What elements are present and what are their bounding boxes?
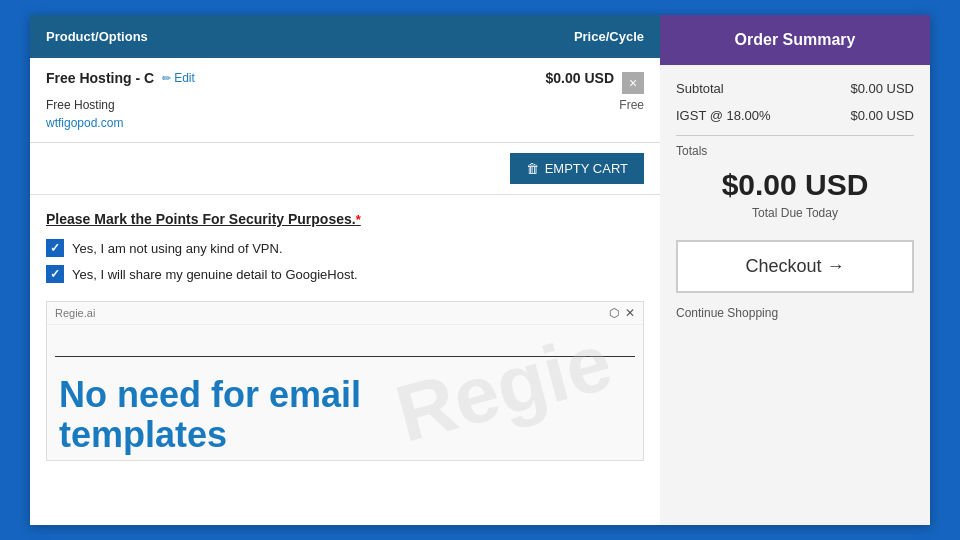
- subtotal-row: Subtotal $0.00 USD: [676, 81, 914, 96]
- pencil-icon: ✏: [162, 72, 171, 85]
- summary-divider: [676, 135, 914, 136]
- security-title: Please Mark the Points For Security Purp…: [46, 211, 644, 227]
- ad-section: Regie.ai ⬡ ✕ No need for email templates…: [46, 301, 644, 461]
- product-row: Free Hosting - C ✏ Edit $0.00 USD ×: [46, 70, 644, 94]
- product-price: $0.00 USD: [546, 70, 614, 86]
- free-label: Free: [619, 98, 644, 112]
- igst-row: IGST @ 18.00% $0.00 USD: [676, 108, 914, 123]
- edit-link[interactable]: ✏ Edit: [162, 71, 195, 85]
- remove-item-button[interactable]: ×: [622, 72, 644, 94]
- total-amount: $0.00 USD: [676, 168, 914, 202]
- checkbox-genuine-label: Yes, I will share my genuine detail to G…: [72, 267, 358, 282]
- ad-top-bar: Regie.ai ⬡ ✕: [47, 302, 643, 325]
- total-due-label: Total Due Today: [676, 206, 914, 220]
- checkbox-vpn-label: Yes, I am not using any kind of VPN.: [72, 241, 283, 256]
- ad-brand: Regie.ai: [55, 307, 95, 319]
- empty-cart-label: EMPTY CART: [545, 161, 628, 176]
- ad-expand-button[interactable]: ⬡: [609, 306, 619, 320]
- igst-value: $0.00 USD: [850, 108, 914, 123]
- left-panel: Product/Options Price/Cycle Free Hosting…: [30, 15, 660, 525]
- required-star: *: [356, 212, 361, 227]
- checkbox-vpn[interactable]: ✓: [46, 239, 64, 257]
- ad-input[interactable]: [55, 333, 635, 357]
- order-summary-title: Order Summary: [735, 31, 856, 48]
- security-section: Please Mark the Points For Security Purp…: [30, 195, 660, 301]
- right-panel: Order Summary Subtotal $0.00 USD IGST @ …: [660, 15, 930, 525]
- product-subrow: Free Hosting Free: [46, 98, 644, 112]
- igst-label: IGST @ 18.00%: [676, 108, 771, 123]
- cart-body: Free Hosting - C ✏ Edit $0.00 USD × Free…: [30, 58, 660, 143]
- subtotal-value: $0.00 USD: [850, 81, 914, 96]
- ad-close-button[interactable]: ✕: [625, 306, 635, 320]
- continue-shopping-link[interactable]: Continue Shopping: [676, 306, 778, 320]
- checkbox-genuine[interactable]: ✓: [46, 265, 64, 283]
- totals-label: Totals: [676, 144, 914, 158]
- product-name: Free Hosting - C: [46, 70, 154, 86]
- checkbox-row-2: ✓ Yes, I will share my genuine detail to…: [46, 265, 644, 283]
- domain-link[interactable]: wtfigopod.com: [46, 116, 644, 130]
- free-hosting-label: Free Hosting: [46, 98, 115, 112]
- empty-cart-row: 🗑 EMPTY CART: [30, 143, 660, 195]
- checkbox-row-1: ✓ Yes, I am not using any kind of VPN.: [46, 239, 644, 257]
- table-header: Product/Options Price/Cycle: [30, 15, 660, 58]
- empty-cart-button[interactable]: 🗑 EMPTY CART: [510, 153, 644, 184]
- ad-big-text: No need for email templates: [47, 365, 643, 454]
- summary-body: Subtotal $0.00 USD IGST @ 18.00% $0.00 U…: [660, 65, 930, 525]
- ad-input-row: [47, 325, 643, 365]
- ad-controls: ⬡ ✕: [609, 306, 635, 320]
- col1-header: Product/Options: [46, 29, 148, 44]
- trash-icon: 🗑: [526, 161, 539, 176]
- subtotal-label: Subtotal: [676, 81, 724, 96]
- order-summary-header: Order Summary: [660, 15, 930, 65]
- checkout-button[interactable]: Checkout →: [676, 240, 914, 293]
- col2-header: Price/Cycle: [574, 29, 644, 44]
